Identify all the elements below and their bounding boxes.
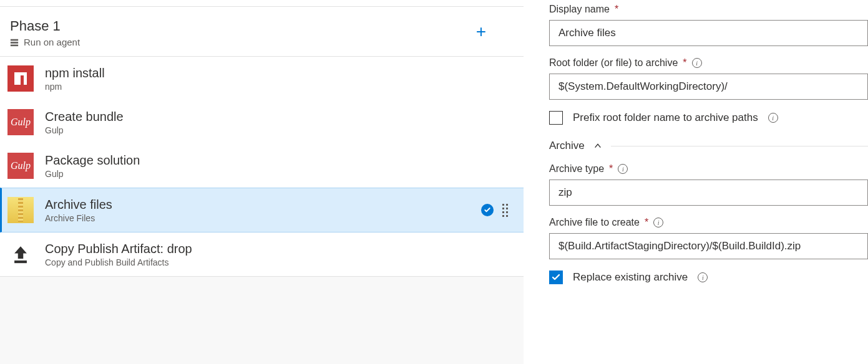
task-row[interactable]: Gulp Package solution Gulp <box>0 144 524 188</box>
enabled-badge-icon <box>481 204 494 216</box>
info-icon[interactable]: i <box>698 272 708 282</box>
replace-existing-checkbox[interactable] <box>549 271 563 284</box>
archive-type-label: Archive type <box>549 163 604 175</box>
task-list: npm install npm Gulp Create bundle Gulp … <box>0 57 524 276</box>
spacer <box>0 276 524 364</box>
task-title: Create bundle <box>45 110 514 124</box>
archive-type-select[interactable] <box>549 180 868 206</box>
display-name-label: Display name <box>549 4 610 15</box>
task-title: npm install <box>45 66 514 80</box>
replace-existing-label: Replace existing archive <box>573 271 688 284</box>
field-prefix-root: Prefix root folder name to archive paths… <box>549 111 868 125</box>
tasks-panel: Phase 1 Run on agent + npm install npm G… <box>0 0 524 364</box>
prefix-root-checkbox[interactable] <box>549 111 563 125</box>
phase-header: Phase 1 Run on agent + <box>0 6 524 57</box>
svg-rect-1 <box>11 42 18 44</box>
task-row[interactable]: Copy Publish Artifact: drop Copy and Pub… <box>0 232 524 276</box>
required-marker: * <box>683 57 686 69</box>
field-archive-file: Archive file to create * i <box>549 217 868 259</box>
gulp-icon: Gulp <box>7 153 34 179</box>
add-task-button[interactable]: + <box>471 22 491 42</box>
task-row[interactable]: Gulp Create bundle Gulp <box>0 100 524 144</box>
info-icon[interactable]: i <box>653 218 663 228</box>
task-subtitle: Copy and Publish Build Artifacts <box>45 257 514 267</box>
agent-icon <box>10 38 19 47</box>
phase-subtitle-row: Run on agent <box>10 37 80 47</box>
task-title: Package solution <box>45 153 514 168</box>
task-details-panel: Display name * Root folder (or file) to … <box>524 0 868 364</box>
field-display-name: Display name * <box>549 4 868 46</box>
gulp-icon: Gulp <box>7 109 34 135</box>
task-title: Archive files <box>45 198 470 212</box>
display-name-input[interactable] <box>549 20 868 46</box>
divider <box>611 146 868 146</box>
archive-section-header[interactable]: Archive <box>549 140 868 152</box>
svg-rect-4 <box>14 261 27 263</box>
required-marker: * <box>609 163 613 175</box>
field-replace-existing: Replace existing archive i <box>549 271 868 284</box>
info-icon[interactable]: i <box>618 164 628 174</box>
upload-icon <box>7 241 34 267</box>
archive-icon <box>7 197 34 223</box>
root-folder-input[interactable] <box>549 74 868 100</box>
drag-handle-icon[interactable] <box>502 203 511 218</box>
task-title: Copy Publish Artifact: drop <box>45 242 514 256</box>
required-marker: * <box>645 217 648 228</box>
task-subtitle: Archive Files <box>45 213 470 223</box>
archive-section-title: Archive <box>549 140 585 152</box>
npm-icon <box>7 65 34 92</box>
info-icon[interactable]: i <box>768 113 778 123</box>
chevron-up-icon <box>593 141 602 150</box>
field-archive-type: Archive type * i <box>549 163 868 206</box>
svg-rect-2 <box>11 44 18 46</box>
task-row[interactable]: Archive files Archive Files <box>0 188 524 232</box>
svg-rect-0 <box>11 39 18 41</box>
root-folder-label: Root folder (or file) to archive <box>549 57 678 69</box>
prefix-root-label: Prefix root folder name to archive paths <box>573 112 758 124</box>
field-root-folder: Root folder (or file) to archive * i <box>549 57 868 100</box>
task-subtitle: npm <box>45 82 514 92</box>
archive-file-label: Archive file to create <box>549 217 640 228</box>
required-marker: * <box>615 4 618 15</box>
archive-file-input[interactable] <box>549 233 868 259</box>
task-row[interactable]: npm install npm <box>0 57 524 100</box>
task-subtitle: Gulp <box>45 169 514 179</box>
task-subtitle: Gulp <box>45 125 514 135</box>
phase-title: Phase 1 <box>10 18 80 34</box>
info-icon[interactable]: i <box>692 58 702 68</box>
phase-subtitle: Run on agent <box>24 37 80 47</box>
